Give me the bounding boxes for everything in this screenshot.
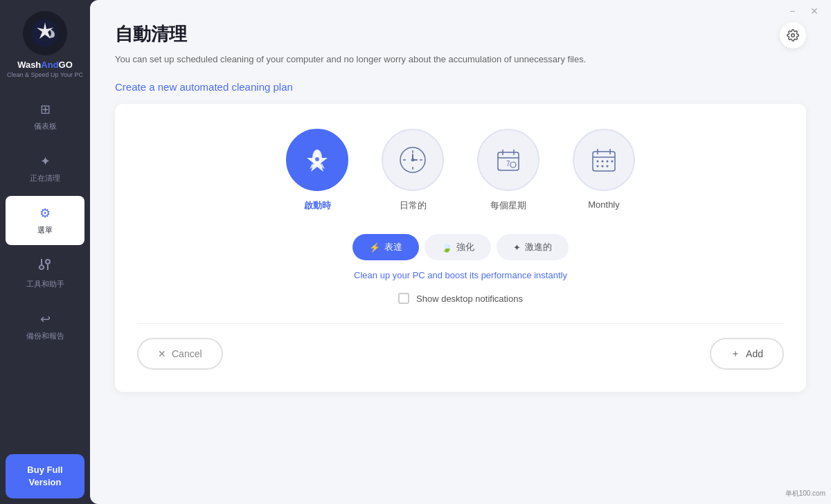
svg-point-29	[602, 165, 604, 168]
sidebar-label-tools: 工具和助手	[26, 279, 64, 289]
svg-point-25	[602, 161, 604, 163]
sidebar-item-dashboard[interactable]: ⊞ 儀表板	[0, 92, 90, 141]
express-icon: ⚡	[369, 242, 380, 253]
monthly-icon-circle	[573, 129, 635, 191]
page-description: You can set up scheduled cleaning of you…	[115, 54, 806, 64]
footer-actions: ✕ Cancel ＋ Add	[137, 323, 784, 370]
enhanced-icon: 🍃	[441, 242, 452, 253]
startup-icon-circle	[286, 129, 348, 191]
sidebar-item-tools[interactable]: 工具和助手	[0, 248, 90, 299]
aggressive-label: 激進的	[525, 241, 552, 253]
svg-point-24	[597, 161, 599, 163]
sidebar-label-dashboard: 儀表板	[34, 121, 57, 132]
svg-point-27	[611, 161, 614, 163]
cancel-icon: ✕	[158, 348, 166, 359]
weekly-label: 每個星期	[490, 199, 526, 212]
svg-point-13	[412, 159, 414, 161]
schedule-options: 啟動時	[137, 129, 784, 212]
mode-aggressive-button[interactable]: ✦ 激進的	[497, 234, 569, 260]
page-title: 自動清理	[115, 22, 187, 46]
add-icon: ＋	[731, 348, 740, 360]
page-header: 自動清理	[115, 22, 806, 48]
sidebar-item-cleaning[interactable]: ✦ 正在清理	[0, 144, 90, 193]
sidebar-label-cleaning: 正在清理	[30, 173, 60, 183]
app-name: WashAndGO	[17, 60, 73, 70]
svg-point-19	[510, 162, 516, 168]
plan-card: 啟動時	[115, 104, 806, 392]
minimize-button[interactable]: −	[781, 0, 803, 22]
svg-point-26	[607, 161, 609, 163]
mode-buttons: ⚡ 表達 🍃 強化 ✦ 激進的	[137, 234, 784, 260]
sidebar: WashAndGO Clean & Speed Up Your PC ⊞ 儀表板…	[0, 0, 90, 504]
enhanced-label: 強化	[456, 241, 474, 253]
backup-icon: ↩	[40, 312, 51, 327]
app-subtitle: Clean & Speed Up Your PC	[7, 71, 83, 78]
section-title: Create a new automated cleaning plan	[115, 81, 806, 93]
schedule-startup[interactable]: 啟動時	[286, 129, 348, 212]
cancel-label: Cancel	[172, 348, 202, 359]
titlebar: − ✕	[0, 0, 831, 22]
notification-row: Show desktop notifications	[137, 293, 784, 304]
close-button[interactable]: ✕	[803, 0, 825, 22]
daily-label: 日常的	[400, 199, 427, 212]
svg-point-28	[597, 165, 599, 168]
svg-point-2	[792, 34, 795, 37]
main-content: 自動清理 You can set up scheduled cleaning o…	[90, 0, 831, 504]
settings-gear-button[interactable]	[780, 22, 806, 48]
nav-items: ⊞ 儀表板 ✦ 正在清理 ⚙ 選單 工具和助手 ↩ 備份和報告	[0, 92, 90, 449]
monthly-label: Monthly	[588, 199, 620, 210]
notification-label: Show desktop notifications	[416, 294, 523, 304]
tools-icon	[38, 258, 52, 275]
cancel-button[interactable]: ✕ Cancel	[137, 338, 223, 370]
sidebar-label-backup: 備份和報告	[26, 331, 64, 341]
cleaning-icon: ✦	[40, 154, 51, 169]
schedule-weekly[interactable]: 7 每個星期	[477, 129, 539, 212]
sidebar-item-menu[interactable]: ⚙ 選單	[6, 196, 84, 245]
schedule-daily[interactable]: 日常的	[382, 129, 444, 212]
sidebar-item-backup[interactable]: ↩ 備份和報告	[0, 302, 90, 351]
mode-description: Clean up your PC and boost its performan…	[137, 270, 784, 280]
schedule-monthly[interactable]: Monthly	[573, 129, 635, 212]
sidebar-label-menu: 選單	[37, 225, 53, 235]
svg-text:7: 7	[506, 160, 510, 168]
svg-point-5	[315, 157, 319, 161]
daily-icon-circle	[382, 129, 444, 191]
watermark: 单机100.com	[785, 489, 825, 498]
dashboard-icon: ⊞	[40, 102, 51, 117]
startup-label: 啟動時	[304, 199, 331, 212]
aggressive-icon: ✦	[513, 242, 521, 253]
add-label: Add	[746, 348, 763, 359]
add-button[interactable]: ＋ Add	[710, 338, 784, 370]
weekly-icon-circle: 7	[477, 129, 539, 191]
notification-checkbox[interactable]	[398, 293, 409, 304]
svg-point-30	[607, 165, 609, 168]
buy-full-version-button[interactable]: Buy FullVersion	[6, 454, 84, 498]
express-label: 表達	[384, 241, 402, 253]
mode-enhanced-button[interactable]: 🍃 強化	[425, 234, 491, 260]
mode-express-button[interactable]: ⚡ 表達	[352, 234, 419, 260]
menu-icon: ⚙	[39, 206, 51, 221]
